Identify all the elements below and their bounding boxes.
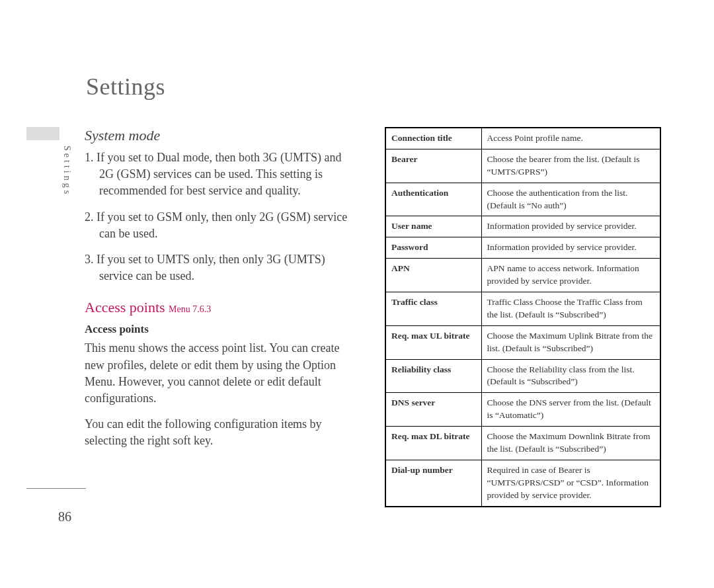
table-cell-key: User name (385, 216, 481, 237)
system-mode-item-1: 1. If you set to Dual mode, then both 3G… (85, 149, 352, 200)
menu-reference: Menu 7.6.3 (169, 304, 211, 314)
access-points-subheading: Access points (85, 323, 352, 336)
table-cell-key: Bearer (385, 149, 481, 183)
access-points-paragraph-2: You can edit the following configuration… (85, 416, 352, 449)
table-row: User nameInformation provided by service… (385, 216, 660, 237)
table-cell-value: Traffic Class Choose the Traffic Class f… (481, 292, 660, 326)
table-row: BearerChoose the bearer from the list. (… (385, 149, 660, 183)
table-cell-value: Choose the Reliability class from the li… (481, 359, 660, 393)
left-column: System mode 1. If you set to Dual mode, … (85, 127, 352, 458)
table-row: APNAPN name to access network. Informati… (385, 259, 660, 292)
table-row: AuthenticationChoose the authentication … (385, 183, 660, 216)
table-cell-key: Reliability class (385, 359, 481, 393)
side-label: Settings (61, 146, 72, 196)
access-points-heading-text: Access points (85, 299, 165, 315)
system-mode-item-3: 3. If you set to UMTS only, then only 3G… (85, 251, 352, 284)
page-number: 86 (58, 509, 71, 525)
table-row: PasswordInformation provided by service … (385, 237, 660, 259)
table-cell-value: Access Point profile name. (481, 128, 660, 149)
table-cell-key: APN (385, 259, 481, 292)
footer-rule (26, 488, 86, 489)
system-mode-heading: System mode (85, 127, 352, 144)
access-points-heading: Access points Menu 7.6.3 (85, 299, 352, 316)
side-tab (26, 127, 60, 140)
table-cell-value: Choose the Maximum Downlink Bitrate from… (481, 427, 660, 460)
page-title: Settings (86, 73, 165, 101)
table-cell-key: Password (385, 237, 481, 259)
right-column: Connection titleAccess Point profile nam… (385, 127, 661, 507)
table-cell-value: Choose the Maximum Uplink Bitrate from t… (481, 325, 660, 359)
table-cell-value: Choose the authentication from the list.… (481, 183, 660, 216)
table-cell-value: Choose the DNS server from the list. (De… (481, 393, 660, 427)
table-cell-value: Information provided by service provider… (481, 237, 660, 259)
table-cell-key: Connection title (385, 128, 481, 149)
table-row: Req. max UL bitrateChoose the Maximum Up… (385, 325, 660, 359)
table-cell-value: Choose the bearer from the list. (Defaul… (481, 149, 660, 183)
table-cell-key: Req. max DL bitrate (385, 427, 481, 460)
table-row: Dial-up numberRequired in case of Bearer… (385, 460, 660, 506)
table-row: Traffic classTraffic Class Choose the Tr… (385, 292, 660, 326)
table-row: Req. max DL bitrateChoose the Maximum Do… (385, 427, 660, 460)
table-cell-value: APN name to access network. Information … (481, 259, 660, 292)
access-points-paragraph-1: This menu shows the access point list. Y… (85, 340, 352, 407)
table-cell-key: Req. max UL bitrate (385, 325, 481, 359)
table-cell-key: Dial-up number (385, 460, 481, 506)
table-cell-key: DNS server (385, 393, 481, 427)
table-cell-key: Authentication (385, 183, 481, 216)
system-mode-item-2: 2. If you set to GSM only, then only 2G … (85, 209, 352, 242)
table-row: DNS serverChoose the DNS server from the… (385, 393, 660, 427)
table-row: Reliability classChoose the Reliability … (385, 359, 660, 393)
settings-table: Connection titleAccess Point profile nam… (385, 127, 661, 507)
table-cell-key: Traffic class (385, 292, 481, 326)
table-row: Connection titleAccess Point profile nam… (385, 128, 660, 149)
table-cell-value: Information provided by service provider… (481, 216, 660, 237)
table-cell-value: Required in case of Bearer is “UMTS/GPRS… (481, 460, 660, 506)
